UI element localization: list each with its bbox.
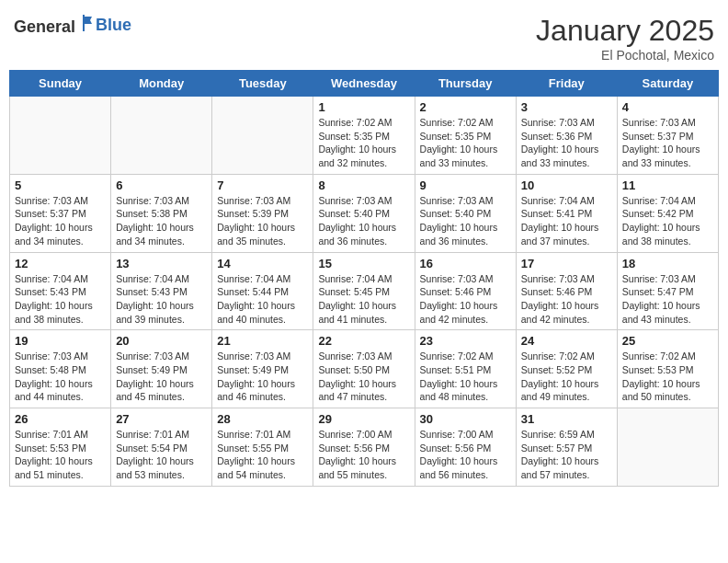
day-info: Sunrise: 7:03 AMSunset: 5:39 PMDaylight:… [217, 194, 308, 248]
weekday-header: Wednesday [313, 71, 415, 97]
calendar-day-cell: 24Sunrise: 7:02 AMSunset: 5:52 PMDayligh… [516, 330, 617, 408]
calendar-day-cell: 25Sunrise: 7:02 AMSunset: 5:53 PMDayligh… [617, 330, 718, 408]
day-number: 26 [15, 412, 106, 426]
day-number: 25 [622, 334, 713, 348]
calendar-day-cell [212, 97, 313, 175]
day-number: 15 [318, 257, 409, 270]
calendar-day-cell [111, 97, 212, 175]
day-number: 19 [15, 334, 106, 348]
day-info: Sunrise: 7:04 AMSunset: 5:45 PMDaylight:… [318, 272, 409, 327]
day-info: Sunrise: 7:03 AMSunset: 5:50 PMDaylight:… [318, 350, 409, 404]
calendar-week-row: 26Sunrise: 7:01 AMSunset: 5:53 PMDayligh… [10, 408, 719, 487]
day-number: 2 [420, 100, 511, 114]
calendar-day-cell: 15Sunrise: 7:04 AMSunset: 5:45 PMDayligh… [313, 252, 415, 330]
calendar-day-cell: 17Sunrise: 7:03 AMSunset: 5:46 PMDayligh… [516, 252, 617, 330]
calendar-day-cell: 10Sunrise: 7:04 AMSunset: 5:41 PMDayligh… [516, 174, 617, 252]
calendar-day-cell [617, 408, 718, 487]
day-info: Sunrise: 7:03 AMSunset: 5:40 PMDaylight:… [318, 194, 409, 248]
day-info: Sunrise: 7:03 AMSunset: 5:40 PMDaylight:… [420, 194, 511, 248]
day-info: Sunrise: 7:03 AMSunset: 5:49 PMDaylight:… [217, 350, 308, 404]
calendar-day-cell: 16Sunrise: 7:03 AMSunset: 5:46 PMDayligh… [415, 252, 516, 330]
day-info: Sunrise: 7:03 AMSunset: 5:49 PMDaylight:… [116, 350, 207, 404]
day-info: Sunrise: 7:02 AMSunset: 5:51 PMDaylight:… [420, 350, 511, 404]
day-number: 27 [116, 412, 207, 426]
day-number: 3 [521, 100, 612, 114]
day-info: Sunrise: 7:04 AMSunset: 5:44 PMDaylight:… [217, 272, 308, 327]
day-number: 17 [521, 257, 612, 270]
calendar-title: January 2025 [536, 14, 714, 48]
calendar-day-cell: 31Sunrise: 6:59 AMSunset: 5:57 PMDayligh… [516, 408, 617, 487]
calendar-day-cell: 29Sunrise: 7:00 AMSunset: 5:56 PMDayligh… [313, 408, 415, 487]
day-number: 16 [420, 257, 511, 270]
calendar-subtitle: El Pochotal, Mexico [536, 48, 714, 63]
day-number: 7 [217, 178, 308, 192]
day-number: 13 [116, 257, 207, 270]
day-info: Sunrise: 7:03 AMSunset: 5:47 PMDaylight:… [622, 272, 713, 327]
calendar-day-cell: 18Sunrise: 7:03 AMSunset: 5:47 PMDayligh… [617, 252, 718, 330]
weekday-header: Friday [516, 71, 617, 97]
logo: General Blue [14, 14, 131, 37]
calendar-day-cell: 5Sunrise: 7:03 AMSunset: 5:37 PMDaylight… [10, 174, 111, 252]
calendar-table: SundayMondayTuesdayWednesdayThursdayFrid… [9, 70, 719, 487]
calendar-day-cell: 3Sunrise: 7:03 AMSunset: 5:36 PMDaylight… [516, 97, 617, 175]
day-number: 10 [521, 178, 612, 192]
day-number: 20 [116, 334, 207, 348]
calendar-day-cell: 6Sunrise: 7:03 AMSunset: 5:38 PMDaylight… [111, 174, 212, 252]
day-number: 18 [622, 257, 713, 270]
day-info: Sunrise: 7:04 AMSunset: 5:41 PMDaylight:… [521, 194, 612, 248]
calendar-day-cell: 7Sunrise: 7:03 AMSunset: 5:39 PMDaylight… [212, 174, 313, 252]
day-number: 23 [420, 334, 511, 348]
day-info: Sunrise: 7:03 AMSunset: 5:46 PMDaylight:… [420, 272, 511, 327]
day-number: 22 [318, 334, 409, 348]
calendar-day-cell: 23Sunrise: 7:02 AMSunset: 5:51 PMDayligh… [415, 330, 516, 408]
calendar-header-row: SundayMondayTuesdayWednesdayThursdayFrid… [10, 71, 719, 97]
day-number: 24 [521, 334, 612, 348]
weekday-header: Thursday [415, 71, 516, 97]
page-header: General Blue January 2025 El Pochotal, M… [9, 9, 719, 63]
day-info: Sunrise: 7:01 AMSunset: 5:55 PMDaylight:… [217, 428, 308, 482]
day-info: Sunrise: 7:01 AMSunset: 5:54 PMDaylight:… [116, 428, 207, 482]
calendar-day-cell: 9Sunrise: 7:03 AMSunset: 5:40 PMDaylight… [415, 174, 516, 252]
day-number: 4 [622, 100, 713, 114]
day-info: Sunrise: 7:00 AMSunset: 5:56 PMDaylight:… [318, 428, 409, 482]
calendar-day-cell: 8Sunrise: 7:03 AMSunset: 5:40 PMDaylight… [313, 174, 415, 252]
calendar-day-cell [10, 97, 111, 175]
logo-blue: Blue [96, 16, 131, 34]
logo-general: General [14, 17, 75, 36]
day-info: Sunrise: 7:04 AMSunset: 5:43 PMDaylight:… [116, 272, 207, 327]
weekday-header: Saturday [617, 71, 718, 97]
day-info: Sunrise: 7:03 AMSunset: 5:46 PMDaylight:… [521, 272, 612, 327]
calendar-week-row: 1Sunrise: 7:02 AMSunset: 5:35 PMDaylight… [10, 97, 719, 175]
day-number: 31 [521, 412, 612, 426]
day-number: 6 [116, 178, 207, 192]
day-number: 21 [217, 334, 308, 348]
day-number: 9 [420, 178, 511, 192]
calendar-day-cell: 20Sunrise: 7:03 AMSunset: 5:49 PMDayligh… [111, 330, 212, 408]
calendar-day-cell: 14Sunrise: 7:04 AMSunset: 5:44 PMDayligh… [212, 252, 313, 330]
day-info: Sunrise: 7:00 AMSunset: 5:56 PMDaylight:… [420, 428, 511, 482]
day-info: Sunrise: 7:04 AMSunset: 5:43 PMDaylight:… [15, 272, 106, 327]
day-number: 5 [15, 178, 106, 192]
title-block: January 2025 El Pochotal, Mexico [536, 14, 714, 63]
calendar-day-cell: 26Sunrise: 7:01 AMSunset: 5:53 PMDayligh… [10, 408, 111, 487]
calendar-day-cell: 2Sunrise: 7:02 AMSunset: 5:35 PMDaylight… [415, 97, 516, 175]
calendar-day-cell: 22Sunrise: 7:03 AMSunset: 5:50 PMDayligh… [313, 330, 415, 408]
logo-flag-icon [77, 14, 96, 32]
day-info: Sunrise: 7:02 AMSunset: 5:53 PMDaylight:… [622, 350, 713, 404]
day-info: Sunrise: 7:02 AMSunset: 5:35 PMDaylight:… [420, 116, 511, 170]
calendar-day-cell: 30Sunrise: 7:00 AMSunset: 5:56 PMDayligh… [415, 408, 516, 487]
day-info: Sunrise: 7:02 AMSunset: 5:52 PMDaylight:… [521, 350, 612, 404]
day-info: Sunrise: 7:03 AMSunset: 5:38 PMDaylight:… [116, 194, 207, 248]
calendar-day-cell: 12Sunrise: 7:04 AMSunset: 5:43 PMDayligh… [10, 252, 111, 330]
day-info: Sunrise: 7:03 AMSunset: 5:37 PMDaylight:… [15, 194, 106, 248]
calendar-day-cell: 21Sunrise: 7:03 AMSunset: 5:49 PMDayligh… [212, 330, 313, 408]
calendar-week-row: 12Sunrise: 7:04 AMSunset: 5:43 PMDayligh… [10, 252, 719, 330]
day-number: 11 [622, 178, 713, 192]
calendar-day-cell: 19Sunrise: 7:03 AMSunset: 5:48 PMDayligh… [10, 330, 111, 408]
calendar-day-cell: 28Sunrise: 7:01 AMSunset: 5:55 PMDayligh… [212, 408, 313, 487]
day-number: 30 [420, 412, 511, 426]
day-info: Sunrise: 7:03 AMSunset: 5:37 PMDaylight:… [622, 116, 713, 170]
day-number: 12 [15, 257, 106, 270]
weekday-header: Sunday [10, 71, 111, 97]
day-info: Sunrise: 7:04 AMSunset: 5:42 PMDaylight:… [622, 194, 713, 248]
